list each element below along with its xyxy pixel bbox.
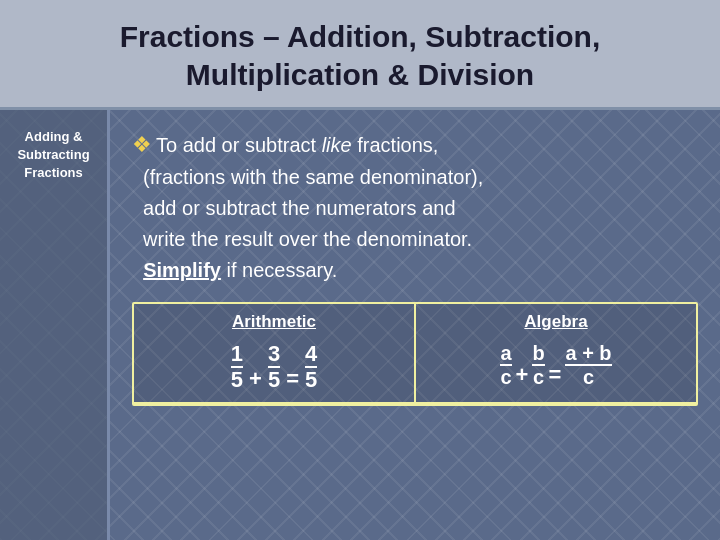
- bullet-suffix: if necessary.: [221, 259, 337, 281]
- title-bar: Fractions – Addition, Subtraction, Multi…: [0, 0, 720, 110]
- content-area: Adding &SubtractingFractions ❖To add or …: [0, 110, 720, 540]
- alg-numerator: b: [532, 342, 544, 364]
- alg-denominator: c: [500, 366, 511, 388]
- alg-numerator: a: [500, 342, 511, 364]
- arithmetic-col: Arithmetic 1 5 + 3 5: [134, 304, 416, 402]
- alg-frac-b-c: b c: [532, 342, 544, 388]
- frac-3-5: 3 5: [268, 342, 280, 392]
- frac-1-5: 1 5: [231, 342, 243, 392]
- algebra-header: Algebra: [524, 312, 587, 332]
- alg-frac-aplusb-c: a + b c: [565, 342, 611, 388]
- alg-combined-denominator: c: [583, 366, 594, 388]
- plus-operator: +: [249, 366, 262, 392]
- alg-equals-operator: =: [549, 362, 562, 388]
- frac-denominator: 5: [305, 368, 317, 392]
- title-line2: Multiplication & Division: [186, 58, 534, 91]
- main-content: ❖To add or subtract like fractions, (fra…: [110, 110, 720, 540]
- bullet-prefix: To add or subtract: [156, 134, 322, 156]
- frac-numerator: 3: [268, 342, 280, 366]
- slide: Fractions – Addition, Subtraction, Multi…: [0, 0, 720, 540]
- frac-4-5: 4 5: [305, 342, 317, 392]
- bullet-italic-like: like: [322, 134, 352, 156]
- sidebar: Adding &SubtractingFractions: [0, 110, 110, 540]
- slide-title: Fractions – Addition, Subtraction, Multi…: [30, 18, 690, 93]
- sidebar-label: Adding &SubtractingFractions: [17, 128, 89, 183]
- frac-numerator: 4: [305, 342, 317, 366]
- algebra-col: Algebra a c + b c: [416, 304, 696, 402]
- alg-denominator: c: [533, 366, 544, 388]
- bullet-paragraph: ❖To add or subtract like fractions, (fra…: [132, 128, 698, 286]
- algebra-expr: a c + b c = a: [500, 342, 611, 388]
- bullet-arrow-icon: ❖: [132, 132, 152, 157]
- title-line1: Fractions – Addition, Subtraction,: [120, 20, 601, 53]
- alg-combined-numerator: a + b: [565, 342, 611, 364]
- alg-frac-a-c: a c: [500, 342, 511, 388]
- arithmetic-expr: 1 5 + 3 5 = 4: [231, 342, 317, 392]
- equals-operator: =: [286, 366, 299, 392]
- arithmetic-header: Arithmetic: [232, 312, 316, 332]
- frac-numerator: 1: [231, 342, 243, 366]
- frac-denominator: 5: [231, 368, 243, 392]
- alg-plus-operator: +: [516, 362, 529, 388]
- bullet-simplify: Simplify: [143, 259, 221, 281]
- fraction-table-header: Arithmetic 1 5 + 3 5: [134, 304, 696, 404]
- frac-denominator: 5: [268, 368, 280, 392]
- fraction-table: Arithmetic 1 5 + 3 5: [132, 302, 698, 406]
